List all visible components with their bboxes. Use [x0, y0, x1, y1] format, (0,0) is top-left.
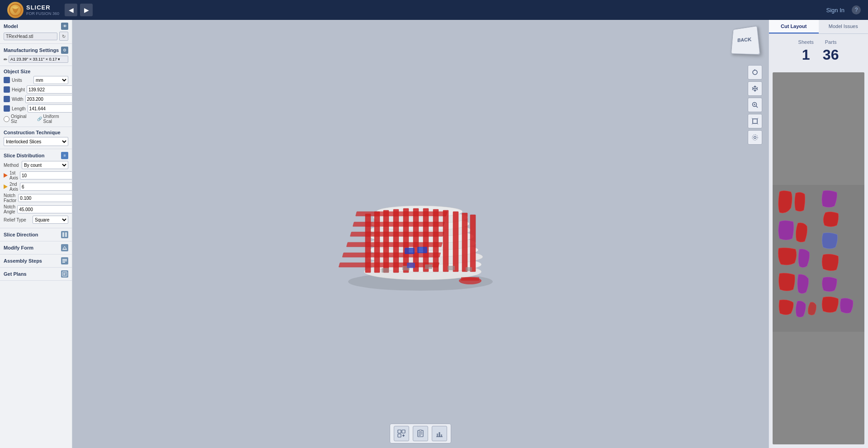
height-label: Height — [12, 87, 25, 92]
refresh-icon[interactable]: ↻ — [59, 32, 68, 41]
units-row: Units mmcmin — [4, 76, 68, 84]
eye-icon[interactable]: 👁 — [61, 23, 68, 30]
nav-buttons: ◀ ▶ — [65, 4, 93, 16]
axis1-row: 1st Axis ▲ ▼ — [4, 170, 68, 180]
clipboard-button[interactable] — [413, 426, 428, 441]
svg-rect-3 — [62, 259, 67, 260]
uniform-scale-label[interactable]: 🔗 Uniform Scal — [37, 114, 69, 124]
method-row: Method By count By distance — [4, 161, 68, 169]
axis1-input[interactable] — [20, 171, 72, 179]
svg-rect-27 — [453, 212, 458, 272]
construction-select[interactable]: Interlocked Slices Stacked Slices Curve … — [4, 137, 68, 146]
height-icon — [4, 86, 10, 93]
method-label: Method — [4, 163, 20, 168]
right-stats: Sheets 1 Parts 36 — [769, 34, 868, 69]
help-link[interactable]: ? — [852, 5, 861, 14]
length-input[interactable] — [28, 104, 72, 113]
logo-icon — [7, 2, 24, 18]
svg-line-54 — [752, 123, 753, 124]
get-plans-title: Get Plans — [4, 271, 27, 277]
width-input[interactable] — [25, 95, 72, 103]
slice-direction-header[interactable]: Slice Direction — [4, 231, 68, 238]
relief-type-select[interactable]: Square Round — [33, 216, 68, 224]
svg-line-53 — [757, 118, 758, 119]
height-input[interactable] — [27, 85, 72, 94]
width-row: Width ▲ ▼ — [4, 95, 68, 103]
pencil-icon: ✏ — [4, 57, 7, 62]
model-title: Model — [4, 24, 18, 29]
list-icon[interactable]: ≡ — [61, 152, 68, 159]
notch-factor-input[interactable] — [18, 194, 72, 202]
parts-value: 36 — [823, 47, 839, 63]
main-layout: Model 👁 TRexHead.stl ↻ Manufacturing Set… — [0, 20, 868, 448]
width-label: Width — [12, 97, 24, 102]
sheets-label: Sheets — [798, 39, 814, 45]
viewport-inner: BACK — [72, 20, 769, 448]
tool-panel — [748, 65, 762, 145]
rotate-tool[interactable] — [748, 65, 762, 80]
axis2-row: 2nd Axis ▲ ▼ — [4, 182, 68, 192]
zoom-tool[interactable] — [748, 98, 762, 112]
assembly-steps-header[interactable]: Assembly Steps — [4, 257, 68, 264]
gear-icon[interactable]: ⚙ — [61, 47, 68, 54]
svg-rect-36 — [382, 268, 389, 273]
svg-point-57 — [752, 135, 758, 140]
filename-button[interactable]: TRexHead.stl — [4, 33, 57, 40]
parts-stat: Parts 36 — [823, 39, 839, 63]
relief-type-row: Relief Type Square Round — [4, 216, 68, 224]
assembly-steps-icon[interactable] — [61, 257, 68, 264]
nav-cube[interactable]: BACK — [731, 26, 762, 58]
svg-rect-35 — [339, 263, 439, 267]
original-size-label[interactable]: Original Siz — [4, 114, 33, 124]
units-select[interactable]: mmcmin — [33, 76, 68, 84]
axis2-triangle-icon — [4, 184, 8, 189]
original-size-radio[interactable] — [4, 116, 9, 122]
svg-rect-45 — [461, 277, 479, 281]
modify-form-header[interactable]: Modify Form — [4, 244, 68, 251]
sign-in-link[interactable]: Sign In — [826, 7, 844, 14]
notch-angle-row: Notch Angle ▲ ▼ — [4, 204, 68, 214]
notch-angle-input[interactable] — [17, 205, 72, 213]
svg-rect-69 — [437, 434, 438, 437]
slice-direction-section: Slice Direction — [0, 228, 72, 241]
svg-line-52 — [752, 118, 753, 119]
frame-tool[interactable] — [748, 114, 762, 128]
topbar-right: Sign In ? — [826, 5, 861, 14]
add-tool-button[interactable] — [394, 426, 409, 441]
svg-rect-24 — [423, 208, 429, 272]
svg-rect-51 — [753, 119, 757, 123]
get-plans-header[interactable]: Get Plans — [4, 270, 68, 278]
chart-button[interactable] — [432, 426, 447, 441]
tab-cut-layout[interactable]: Cut Layout — [769, 20, 819, 33]
svg-rect-43 — [407, 263, 415, 268]
tab-model-issues[interactable]: Model Issues — [819, 20, 868, 33]
method-select[interactable]: By count By distance — [22, 161, 68, 169]
svg-line-48 — [756, 106, 758, 108]
settings-tool[interactable] — [748, 130, 762, 145]
cube-face-back[interactable]: BACK — [731, 26, 760, 55]
preset-dropdown[interactable]: A1 23.39" × 33.11" × 0.17 ▾ — [9, 56, 68, 63]
svg-rect-4 — [62, 260, 67, 261]
get-plans-icon[interactable] — [61, 270, 68, 278]
3d-model — [335, 160, 506, 295]
length-icon — [4, 105, 10, 112]
viewport[interactable]: BACK — [72, 20, 769, 448]
nav-forward-button[interactable]: ▶ — [80, 4, 93, 16]
axis1-label: 1st Axis — [9, 170, 18, 180]
height-row: Height ▲ ▼ — [4, 85, 68, 94]
construction-header: Construction Technique — [4, 130, 68, 135]
svg-line-55 — [757, 123, 758, 124]
svg-rect-40 — [466, 267, 472, 271]
nav-back-button[interactable]: ◀ — [65, 4, 77, 16]
right-tabs: Cut Layout Model Issues — [769, 20, 868, 34]
logo-text-area: SLICER FOR FUSION 360 — [26, 4, 59, 16]
slice-direction-icon[interactable] — [61, 231, 68, 238]
manufacturing-title: Manufacturing Settings — [4, 47, 59, 53]
length-label: Length — [12, 106, 26, 111]
pan-tool[interactable] — [748, 81, 762, 96]
axis2-input[interactable] — [20, 183, 72, 191]
sidebar: Model 👁 TRexHead.stl ↻ Manufacturing Set… — [0, 20, 72, 448]
length-row: Length ▲ ▼ — [4, 104, 68, 113]
modify-form-icon[interactable] — [61, 244, 68, 251]
construction-title: Construction Technique — [4, 130, 61, 135]
